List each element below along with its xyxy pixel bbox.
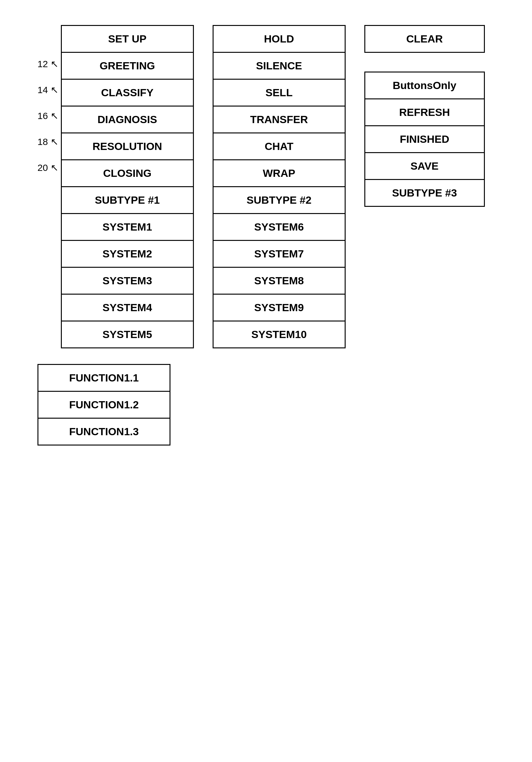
- label-18: 18 ↖: [37, 129, 58, 155]
- btn-subtype1[interactable]: SUBTYPE #1: [62, 187, 193, 214]
- grouped-right: ButtonsOnly REFRESH FINISHED SAVE SUBTYP…: [365, 72, 485, 207]
- btn-fn11[interactable]: FUNCTION1.1: [38, 365, 169, 392]
- btn-subtype2[interactable]: SUBTYPE #2: [214, 187, 345, 214]
- btn-fn13[interactable]: FUNCTION1.3: [38, 419, 169, 445]
- btn-chat[interactable]: CHAT: [214, 133, 345, 160]
- bottom-section: FUNCTION1.1 FUNCTION1.2 FUNCTION1.3: [37, 364, 170, 445]
- btn-wrap[interactable]: WRAP: [214, 160, 345, 187]
- side-labels: 12 ↖ 14 ↖ 16 ↖ 18 ↖ 20 ↖: [37, 25, 58, 181]
- btn-system4[interactable]: SYSTEM4: [62, 295, 193, 322]
- btn-save[interactable]: SAVE: [365, 153, 484, 180]
- btn-system9[interactable]: SYSTEM9: [214, 295, 345, 322]
- btn-classify[interactable]: CLASSIFY: [62, 80, 193, 107]
- btn-buttonsonly[interactable]: ButtonsOnly: [365, 72, 484, 99]
- btn-diagnosis[interactable]: DIAGNOSIS: [62, 107, 193, 133]
- function-column: FUNCTION1.1 FUNCTION1.2 FUNCTION1.3: [37, 364, 170, 445]
- column-3: CLEAR ButtonsOnly REFRESH FINISHED SAVE …: [365, 25, 485, 207]
- label-12: 12 ↖: [37, 51, 58, 77]
- label-16: 16 ↖: [37, 103, 58, 129]
- label-spacer-setup: [37, 25, 58, 51]
- btn-system1[interactable]: SYSTEM1: [62, 214, 193, 241]
- btn-closing[interactable]: CLOSING: [62, 160, 193, 187]
- btn-system6[interactable]: SYSTEM6: [214, 214, 345, 241]
- btn-system2[interactable]: SYSTEM2: [62, 241, 193, 268]
- label-20: 20 ↖: [37, 155, 58, 181]
- btn-system5[interactable]: SYSTEM5: [62, 322, 193, 347]
- top-section: 12 ↖ 14 ↖ 16 ↖ 18 ↖ 20 ↖ SET UP GREETING…: [37, 25, 485, 348]
- btn-system10[interactable]: SYSTEM10: [214, 322, 345, 347]
- btn-system3[interactable]: SYSTEM3: [62, 268, 193, 295]
- main-layout: 12 ↖ 14 ↖ 16 ↖ 18 ↖ 20 ↖ SET UP GREETING…: [13, 13, 519, 445]
- btn-finished[interactable]: FINISHED: [365, 126, 484, 153]
- btn-hold[interactable]: HOLD: [214, 26, 345, 53]
- btn-system8[interactable]: SYSTEM8: [214, 268, 345, 295]
- btn-silence[interactable]: SILENCE: [214, 53, 345, 80]
- btn-greeting[interactable]: GREETING: [62, 53, 193, 80]
- col1-with-labels: 12 ↖ 14 ↖ 16 ↖ 18 ↖ 20 ↖ SET UP GREETING…: [37, 25, 194, 348]
- label-14: 14 ↖: [37, 77, 58, 103]
- btn-clear[interactable]: CLEAR: [365, 25, 485, 53]
- btn-resolution[interactable]: RESOLUTION: [62, 133, 193, 160]
- btn-system7[interactable]: SYSTEM7: [214, 241, 345, 268]
- btn-sell[interactable]: SELL: [214, 80, 345, 107]
- btn-transfer[interactable]: TRANSFER: [214, 107, 345, 133]
- btn-setup[interactable]: SET UP: [62, 26, 193, 53]
- column-2: HOLD SILENCE SELL TRANSFER CHAT WRAP SUB…: [213, 25, 346, 348]
- btn-fn12[interactable]: FUNCTION1.2: [38, 392, 169, 419]
- btn-refresh[interactable]: REFRESH: [365, 99, 484, 126]
- btn-subtype3[interactable]: SUBTYPE #3: [365, 180, 484, 206]
- column-1: SET UP GREETING CLASSIFY DIAGNOSIS RESOL…: [61, 25, 194, 348]
